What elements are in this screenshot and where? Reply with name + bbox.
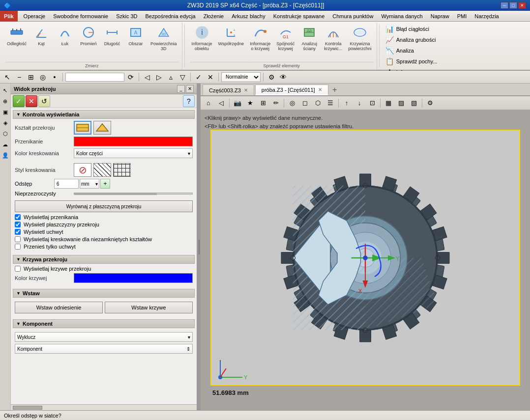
hscroll-thumb[interactable]: [13, 406, 42, 410]
ribbon-info-krzywej[interactable]: Informacjeo krzywej: [248, 24, 272, 52]
tb2-down[interactable]: ▽: [177, 72, 188, 83]
ls-icon-5[interactable]: ⬡: [0, 129, 10, 139]
tb2-eye[interactable]: 👁: [278, 72, 289, 83]
section-komponent[interactable]: ▼ Komponent: [13, 319, 195, 328]
cb4-checkbox[interactable]: [15, 236, 21, 242]
toolbar2-input[interactable]: [65, 73, 124, 82]
ribbon-wspolrzedne[interactable]: + Współrzędne: [216, 24, 246, 47]
close-button[interactable]: ✕: [518, 2, 526, 9]
cb1-checkbox[interactable]: [15, 214, 21, 220]
panel-close-button[interactable]: ✕: [186, 85, 194, 93]
section-krzywa[interactable]: ▼ Krzywa przekroju: [13, 255, 195, 264]
panel-info-button[interactable]: ?: [183, 95, 195, 107]
tb2-grid[interactable]: ⊞: [26, 72, 36, 83]
tb2-settings[interactable]: ⚙: [266, 72, 277, 83]
ct-back[interactable]: ◁: [215, 98, 227, 109]
section-wstaw[interactable]: ▼ Wstaw: [13, 289, 195, 298]
menu-bezposrednia[interactable]: Bezpośrednia edycja: [142, 11, 200, 22]
ct-camera[interactable]: 📷: [232, 98, 243, 109]
tb2-right[interactable]: ▷: [153, 72, 164, 83]
shape-btn-2[interactable]: [93, 121, 111, 135]
ct-pen[interactable]: ✏: [270, 98, 282, 109]
cb-krzywa-checkbox[interactable]: [15, 266, 21, 272]
cb3-checkbox[interactable]: [15, 229, 21, 235]
hatch-cross[interactable]: [113, 163, 131, 177]
hatch-diag[interactable]: [93, 163, 111, 177]
tb2-left[interactable]: ◁: [142, 72, 152, 83]
ribbon-blad-ciagl[interactable]: 📊 Błąd ciągłości: [383, 24, 440, 34]
komponent-dropdown1[interactable]: Wyklucz ▾: [15, 332, 193, 342]
ls-icon-7[interactable]: 👤: [0, 150, 10, 160]
ribbon-sprawdz-pochy[interactable]: 📋 Sprawdź pochy...: [383, 56, 440, 67]
ls-icon-1[interactable]: ↖: [0, 85, 10, 95]
tb2-refresh[interactable]: ⟳: [125, 72, 136, 83]
ribbon-promien[interactable]: Promień: [78, 24, 99, 47]
kolor-krzywej-color[interactable]: [74, 273, 193, 283]
ct-arrow1[interactable]: ↑: [341, 98, 353, 109]
menu-pmi[interactable]: PMI: [453, 11, 471, 22]
menu-arkusz[interactable]: Arkusz blachy: [228, 11, 269, 22]
ct-view1[interactable]: ▦: [383, 98, 394, 109]
cb2-checkbox[interactable]: [15, 222, 21, 227]
komponent-dropdown2[interactable]: Komponent ⇕: [15, 344, 193, 354]
minimize-button[interactable]: ─: [501, 2, 508, 9]
ribbon-kat[interactable]: Kąt: [30, 24, 52, 47]
ct-settings[interactable]: ⚙: [424, 98, 436, 109]
ls-icon-3[interactable]: ▣: [0, 107, 10, 117]
tb2-circle[interactable]: ◎: [37, 72, 48, 83]
ribbon-krzywizna[interactable]: Krzywiznapowierzchni: [346, 24, 374, 52]
menu-plik[interactable]: Plik: [0, 11, 18, 22]
canvas-area[interactable]: <Kliknij prawy> aby wyświetlić dane nume…: [201, 110, 530, 410]
tb2-minus[interactable]: −: [14, 72, 25, 83]
menu-szkic3d[interactable]: Szkic 3D: [112, 11, 141, 22]
ct-circle1[interactable]: ◎: [286, 98, 298, 109]
ct-grid[interactable]: ⊞: [257, 98, 269, 109]
tb2-check[interactable]: ✓: [193, 72, 204, 83]
panel-min-button[interactable]: _: [177, 85, 185, 93]
ribbon-odleglosc[interactable]: Odległość: [5, 24, 29, 47]
ribbon-analiza2[interactable]: 📉 Analiza: [383, 45, 440, 56]
ct-layers[interactable]: ☰: [324, 98, 336, 109]
ribbon-dlugosc[interactable]: Długość: [101, 24, 123, 47]
ct-view2[interactable]: ▨: [395, 98, 407, 109]
ls-icon-2[interactable]: ⊕: [0, 96, 10, 106]
ct-view3[interactable]: ▧: [408, 98, 420, 109]
ribbon-obszar[interactable]: A Obszar: [125, 24, 147, 47]
menu-napraw[interactable]: Napraw: [427, 11, 453, 22]
panel-reset-button[interactable]: ↺: [38, 95, 50, 107]
tab-czesc003-close[interactable]: ✕: [244, 87, 248, 93]
maximize-button[interactable]: □: [509, 2, 517, 9]
panel-hscrollbar[interactable]: [11, 404, 197, 410]
menu-operacje[interactable]: Operacje: [20, 11, 50, 22]
tab-proba[interactable]: próba.Z3 - [Część011] ✕: [255, 84, 328, 95]
menu-zlozenie[interactable]: Złożenie: [200, 11, 228, 22]
ct-arrow2[interactable]: ↓: [353, 98, 365, 109]
ribbon-analizuj[interactable]: △△ Analizujściany: [298, 24, 320, 52]
ct-cube[interactable]: ◻: [299, 98, 311, 109]
panel-cancel-button[interactable]: ✕: [26, 95, 37, 107]
menu-chmura[interactable]: Chmura punktów: [328, 11, 377, 22]
ct-star[interactable]: ★: [244, 98, 256, 109]
menu-wymiana[interactable]: Wymiana danych: [377, 11, 426, 22]
tb2-x[interactable]: ✕: [205, 72, 216, 83]
tb2-arrow[interactable]: ↖: [2, 72, 13, 83]
panel-ok-button[interactable]: ✓: [13, 95, 25, 107]
ct-3d[interactable]: ⬡: [312, 98, 324, 109]
nieprzezroczysty-slider[interactable]: [74, 193, 193, 195]
ribbon-powierzchnia3d[interactable]: 3D Powierzchnia3D: [148, 24, 179, 52]
ribbon-kontrola[interactable]: Kontrolakrzywic...: [322, 24, 344, 52]
ct-zoom-fit[interactable]: ⊡: [366, 98, 378, 109]
section-kontrola[interactable]: ▼ Kontrola wyświetlania: [13, 110, 195, 119]
ribbon-info-obj[interactable]: i Informacjeobiektu: [190, 24, 214, 52]
tab-add-button[interactable]: +: [329, 84, 340, 95]
wstaw-krzywe[interactable]: Wstaw krzywe: [105, 302, 193, 313]
tb2-dot[interactable]: •: [49, 72, 60, 83]
przenikanie-color[interactable]: [74, 137, 193, 146]
ct-home[interactable]: ⌂: [203, 98, 214, 109]
ribbon-luk[interactable]: Łuk: [54, 24, 76, 47]
ribbon-spojnosc[interactable]: G1 Spójnośćkrzywej: [274, 24, 296, 52]
shape-btn-1[interactable]: [74, 121, 91, 135]
odstep-plus[interactable]: +: [100, 179, 110, 189]
kolor-kreskowania-dropdown[interactable]: Kolor części ▾: [74, 148, 193, 158]
cb5-checkbox[interactable]: [15, 244, 21, 250]
